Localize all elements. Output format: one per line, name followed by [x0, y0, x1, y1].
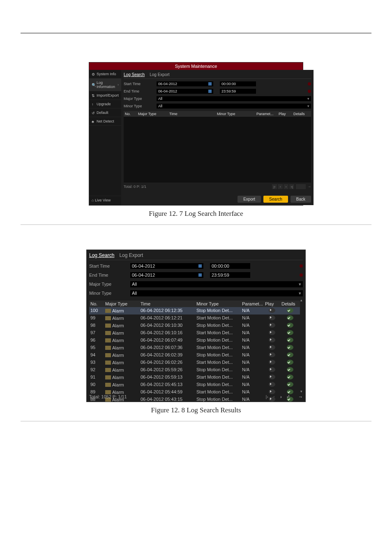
- play-icon[interactable]: [269, 360, 275, 365]
- cell-play[interactable]: [264, 308, 280, 314]
- export-button[interactable]: Export: [238, 196, 261, 203]
- start-date-input[interactable]: 06-04-2012: [130, 263, 203, 269]
- play-icon[interactable]: [269, 323, 275, 328]
- back-button[interactable]: Back: [291, 196, 311, 203]
- tab-log-export[interactable]: Log Export: [150, 72, 169, 77]
- sidebar-item-log-information[interactable]: 🔍Log Information›: [89, 79, 121, 91]
- start-time-input[interactable]: 00:00:00: [220, 81, 256, 86]
- check-icon[interactable]: [287, 360, 293, 365]
- minor-type-select[interactable]: All▾: [157, 104, 311, 109]
- play-icon[interactable]: [269, 389, 275, 394]
- sidebar-item-import-export[interactable]: ⇅Import/Export: [89, 91, 121, 100]
- pager-next-icon[interactable]: ›: [284, 184, 288, 189]
- major-type-select[interactable]: All▾: [130, 281, 303, 287]
- check-icon[interactable]: [287, 375, 293, 379]
- pager-go-icon[interactable]: →: [298, 394, 303, 399]
- cell-play[interactable]: [264, 382, 280, 388]
- check-icon[interactable]: [287, 389, 293, 394]
- scrollbar[interactable]: ▴ ▾: [300, 298, 303, 393]
- check-icon[interactable]: [287, 345, 293, 350]
- play-icon[interactable]: [269, 397, 275, 402]
- calendar-icon[interactable]: [198, 264, 202, 268]
- cell-details[interactable]: [280, 345, 300, 351]
- check-icon[interactable]: [287, 338, 293, 342]
- clock-icon[interactable]: [300, 273, 303, 277]
- play-icon[interactable]: [269, 367, 275, 372]
- table-row[interactable]: 95Alarm06-04-2012 06:07:36Start Motion D…: [89, 344, 300, 352]
- cell-play[interactable]: [264, 322, 280, 329]
- check-icon[interactable]: [287, 308, 293, 313]
- table-row[interactable]: 93Alarm06-04-2012 06:02:26Start Motion D…: [89, 359, 300, 366]
- cell-details[interactable]: [280, 308, 300, 314]
- sidebar-item-live-view[interactable]: ⌂ Live View: [89, 196, 121, 204]
- check-icon[interactable]: [287, 330, 293, 335]
- tab-log-search[interactable]: Log Search: [124, 72, 145, 77]
- pager-prev-icon[interactable]: ‹: [278, 184, 283, 189]
- check-icon[interactable]: [287, 323, 293, 328]
- pager-first-icon[interactable]: |‹: [272, 184, 277, 189]
- clock-icon[interactable]: [308, 82, 311, 86]
- cell-details[interactable]: [280, 315, 300, 321]
- calendar-icon[interactable]: [198, 273, 202, 277]
- table-row[interactable]: 99Alarm06-04-2012 06:12:21Start Motion D…: [89, 314, 300, 322]
- check-icon[interactable]: [287, 382, 293, 387]
- table-row[interactable]: 90Alarm06-04-2012 05:45:13Stop Motion De…: [89, 381, 300, 388]
- cell-play[interactable]: [264, 359, 280, 366]
- table-row[interactable]: 94Alarm06-04-2012 06:02:39Stop Motion De…: [89, 352, 300, 359]
- tab-log-search[interactable]: Log Search: [89, 252, 114, 258]
- table-row[interactable]: 92Alarm06-04-2012 05:59:26Stop Motion De…: [89, 366, 300, 374]
- cell-details[interactable]: [280, 367, 300, 373]
- calendar-icon[interactable]: [208, 90, 212, 93]
- tab-log-export[interactable]: Log Export: [119, 252, 143, 258]
- clock-icon[interactable]: [300, 264, 303, 268]
- play-icon[interactable]: [269, 352, 275, 357]
- cell-details[interactable]: [280, 359, 300, 366]
- check-icon[interactable]: [287, 397, 293, 402]
- end-time-input[interactable]: 23:59:59: [210, 272, 250, 278]
- start-time-input[interactable]: 00:00:00: [210, 263, 250, 269]
- pager-next-icon[interactable]: ›: [278, 394, 284, 399]
- sidebar-item-system-info[interactable]: ⚙System Info: [89, 70, 121, 79]
- cell-play[interactable]: [264, 345, 280, 351]
- play-icon[interactable]: [269, 308, 275, 313]
- end-time-input[interactable]: 23:59:59: [220, 89, 256, 94]
- search-button[interactable]: Search: [263, 196, 288, 203]
- cell-details[interactable]: [280, 382, 300, 388]
- cell-details[interactable]: [280, 330, 300, 336]
- sidebar-item-net-detect[interactable]: ♣Net Detect: [89, 117, 121, 126]
- cell-play[interactable]: [264, 374, 280, 381]
- cell-play[interactable]: [264, 315, 280, 321]
- scroll-down-icon[interactable]: ▾: [300, 389, 302, 393]
- pager-jump-input[interactable]: [296, 184, 306, 189]
- cell-play[interactable]: [264, 330, 280, 336]
- play-icon[interactable]: [269, 382, 275, 387]
- end-date-input[interactable]: 06-04-2012: [130, 272, 203, 278]
- cell-details[interactable]: [280, 322, 300, 329]
- check-icon[interactable]: [287, 367, 293, 372]
- cell-play[interactable]: [264, 337, 280, 344]
- table-row[interactable]: 98Alarm06-04-2012 06:10:30Stop Motion De…: [89, 322, 300, 329]
- cell-play[interactable]: [264, 352, 280, 358]
- check-icon[interactable]: [287, 352, 293, 357]
- table-row[interactable]: 100Alarm06-04-2012 06:12:35Stop Motion D…: [89, 307, 300, 314]
- check-icon[interactable]: [287, 315, 293, 320]
- play-icon[interactable]: [269, 315, 275, 320]
- major-type-select[interactable]: All▾: [157, 96, 311, 101]
- play-icon[interactable]: [269, 338, 275, 342]
- sidebar-item-default[interactable]: ↺Default: [89, 109, 121, 117]
- table-row[interactable]: 91Alarm06-04-2012 05:59:13Start Motion D…: [89, 374, 300, 381]
- sidebar-item-upgrade[interactable]: ↑Upgrade: [89, 100, 121, 109]
- start-date-input[interactable]: 06-04-2012: [157, 81, 213, 86]
- scroll-up-icon[interactable]: ▴: [300, 298, 302, 302]
- cell-details[interactable]: [280, 374, 300, 381]
- cell-play[interactable]: [264, 367, 280, 373]
- cell-details[interactable]: [280, 337, 300, 344]
- table-row[interactable]: 96Alarm06-04-2012 06:07:49Stop Motion De…: [89, 337, 300, 344]
- pager-go-icon[interactable]: →: [307, 185, 311, 189]
- minor-type-select[interactable]: All▾: [130, 290, 303, 296]
- play-icon[interactable]: [269, 375, 275, 379]
- end-date-input[interactable]: 06-04-2012: [157, 89, 213, 94]
- clock-icon[interactable]: [308, 90, 311, 93]
- cell-details[interactable]: [280, 352, 300, 358]
- table-row[interactable]: 97Alarm06-04-2012 06:10:16Start Motion D…: [89, 329, 300, 337]
